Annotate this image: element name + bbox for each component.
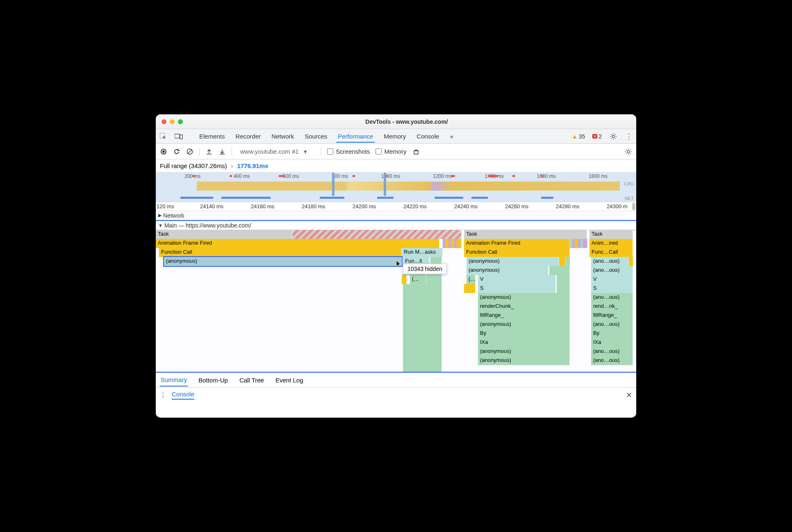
flame-slice[interactable] — [557, 275, 570, 284]
flame-slice[interactable] — [402, 275, 407, 284]
download-icon[interactable] — [218, 148, 226, 155]
flame-slice[interactable] — [557, 284, 570, 293]
warnings-badge[interactable]: ▲35 — [572, 133, 585, 140]
profile-select[interactable]: www.youtube.com #1 ▾ — [238, 147, 315, 156]
main-track-header[interactable]: ▼Main — https://www.youtube.com/ — [156, 221, 636, 230]
breadcrumb-root[interactable]: Full range (34307.26ms) — [160, 162, 227, 169]
network-track[interactable]: ▶Network — [156, 211, 636, 220]
flame-s[interactable]: S — [591, 284, 633, 293]
record-icon[interactable] — [160, 148, 167, 155]
flame-slice[interactable] — [403, 284, 442, 293]
flame-scrollbar[interactable] — [632, 203, 635, 210]
flame-task[interactable]: Task — [589, 230, 633, 239]
flame-animation-frame[interactable]: Animation Frame Fired — [464, 239, 570, 248]
tab-bottom-up[interactable]: Bottom-Up — [198, 374, 229, 386]
flame-run-microtasks[interactable]: Run M…asks — [402, 248, 443, 257]
flame-anonymous[interactable]: (anonymous) — [467, 266, 548, 275]
memory-checkbox[interactable]: Memory — [376, 148, 406, 155]
flame-animation-frame[interactable]: Animation Frame Fired — [156, 239, 439, 248]
flame-dots[interactable]: (… — [467, 275, 476, 284]
panel-gear-icon[interactable] — [625, 148, 632, 155]
flame-anonymous[interactable]: (anonymous) — [478, 347, 570, 356]
flame-anonymous[interactable]: (ano…ous) — [591, 266, 633, 275]
errors-badge[interactable]: ✕2 — [592, 133, 602, 140]
tab-console[interactable]: Console — [415, 131, 441, 142]
close-window-icon[interactable] — [162, 119, 166, 124]
flame-slice[interactable] — [549, 266, 570, 275]
flame-function-call[interactable]: Func…Call — [589, 248, 633, 257]
tab-elements[interactable]: Elements — [198, 131, 227, 142]
flame-chart[interactable]: Task Animation Frame Fired Function Call… — [156, 230, 636, 372]
flame-slice[interactable] — [559, 257, 566, 266]
flame-anonymous[interactable]: (anonymous) — [478, 293, 570, 302]
more-tabs-icon[interactable]: » — [448, 131, 455, 142]
flame-v[interactable]: V — [478, 275, 556, 284]
flame-anonymous[interactable]: (ano…ous) — [591, 293, 633, 302]
flame-anonymous[interactable]: (ano…ous) — [591, 320, 633, 329]
flame-slice[interactable] — [403, 302, 442, 311]
flame-by[interactable]: By — [591, 329, 633, 338]
flame-animation-frame[interactable]: Anim…ired — [589, 239, 633, 248]
garbage-icon[interactable] — [412, 148, 420, 155]
flame-fillrange[interactable]: fillRange_ — [478, 311, 570, 320]
flame-slice[interactable] — [457, 239, 462, 248]
tab-memory[interactable]: Memory — [382, 131, 407, 142]
flame-task[interactable]: Task — [156, 230, 293, 239]
flame-s[interactable]: S — [478, 284, 556, 293]
flame-anonymous[interactable]: (anonymous) — [467, 257, 559, 266]
minimize-window-icon[interactable] — [170, 119, 175, 124]
detail-ruler[interactable]: 120 ms 24140 ms 24160 ms 24180 ms 24200 … — [156, 202, 636, 211]
flame-slice[interactable] — [403, 356, 442, 365]
inspect-icon[interactable] — [159, 133, 167, 140]
flame-slice[interactable] — [566, 257, 570, 266]
flame-anonymous[interactable]: (anonymous) — [478, 320, 570, 329]
flame-slice[interactable] — [403, 320, 442, 329]
close-drawer-icon[interactable]: ✕ — [626, 391, 632, 400]
maximize-window-icon[interactable] — [178, 119, 183, 124]
tab-sources[interactable]: Sources — [303, 131, 329, 142]
tab-summary[interactable]: Summary — [160, 374, 188, 386]
overview-handle-right[interactable] — [384, 173, 386, 196]
flame-anonymous-selected[interactable]: (anonymous) — [164, 257, 402, 266]
drawer-kebab-icon[interactable]: ⋮ — [160, 391, 166, 399]
flame-slice[interactable] — [403, 338, 442, 347]
flame-slice[interactable] — [426, 275, 442, 284]
main-scrollbar[interactable] — [633, 230, 636, 231]
flame-ixa[interactable]: IXa — [591, 338, 633, 347]
flame-ixa[interactable]: IXa — [478, 338, 570, 347]
drawer-tab-console[interactable]: Console — [172, 391, 194, 400]
flame-slice[interactable] — [403, 329, 442, 338]
flame-task[interactable]: Task — [464, 230, 587, 239]
flame-by[interactable]: By — [478, 329, 570, 338]
flame-v[interactable]: V — [591, 275, 633, 284]
flame-slice[interactable] — [629, 257, 633, 266]
flame-slice[interactable] — [403, 293, 442, 302]
flame-task-long[interactable] — [293, 230, 462, 239]
overview-handle-left[interactable] — [332, 173, 335, 196]
gear-icon[interactable] — [609, 133, 617, 140]
breadcrumb-current[interactable]: 1776.91ms — [237, 162, 268, 169]
overview-timeline[interactable]: 200 ms 400 ms 600 ms 800 ms 1000 ms 1200… — [156, 173, 636, 202]
flame-anonymous[interactable]: (ano…ous) — [591, 347, 633, 356]
flame-slice[interactable] — [403, 347, 442, 356]
device-icon[interactable] — [175, 133, 183, 140]
flame-anonymous[interactable]: (anonymous) — [478, 356, 570, 365]
tab-event-log[interactable]: Event Log — [275, 374, 304, 386]
clear-icon[interactable] — [186, 148, 193, 155]
flame-fillrange[interactable]: fillRange_ — [591, 311, 633, 320]
upload-icon[interactable] — [205, 148, 213, 155]
flame-renderchunk[interactable]: renderChunk_ — [478, 302, 570, 311]
flame-slice[interactable] — [403, 311, 442, 320]
flame-function-call[interactable]: Function Call — [159, 248, 402, 257]
flame-slice[interactable] — [464, 284, 476, 293]
flame-renderchunk[interactable]: rend…nk_ — [591, 302, 633, 311]
tab-network[interactable]: Network — [270, 131, 296, 142]
reload-icon[interactable] — [173, 148, 180, 155]
tab-call-tree[interactable]: Call Tree — [239, 374, 265, 386]
flame-anonymous[interactable]: (ano…ous) — [591, 257, 629, 266]
flame-slice[interactable] — [403, 365, 442, 372]
kebab-icon[interactable]: ⋮ — [625, 132, 633, 141]
flame-function-call[interactable]: Function Call — [464, 248, 570, 257]
tab-performance[interactable]: Performance — [336, 131, 375, 143]
tab-recorder[interactable]: Recorder — [234, 131, 263, 142]
